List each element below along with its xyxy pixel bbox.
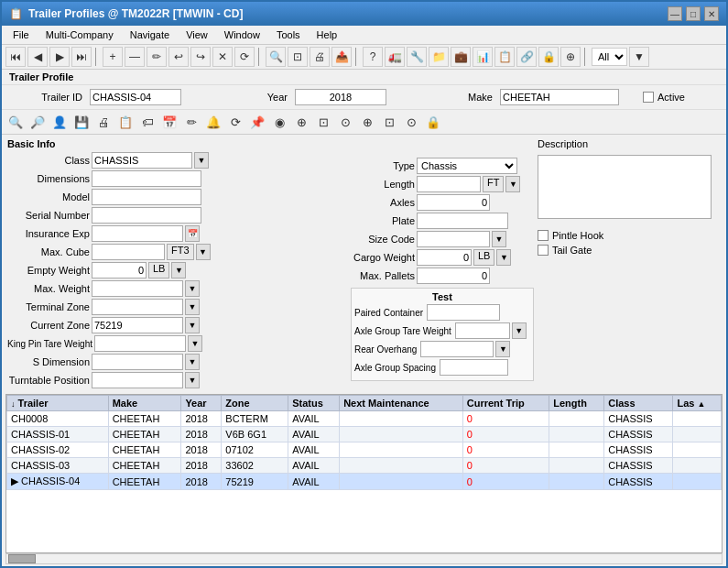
description-textarea[interactable] xyxy=(538,155,712,219)
axle-spacing-input[interactable] xyxy=(440,359,508,376)
serial-input[interactable] xyxy=(92,207,201,224)
tb-icon-3[interactable]: 👤 xyxy=(49,112,70,132)
pintle-hook-checkbox[interactable] xyxy=(538,230,549,241)
size-code-input[interactable] xyxy=(417,231,490,247)
tb-icon-14[interactable]: ⊕ xyxy=(291,112,311,132)
menu-navigate[interactable]: Navigate xyxy=(123,27,177,42)
data-table-container[interactable]: ↓ Trailer Make Year Zone Status Next Mai… xyxy=(5,394,723,553)
tb-icon-18[interactable]: ⊡ xyxy=(379,112,399,132)
empty-weight-input[interactable] xyxy=(92,262,147,279)
tb-icon-15[interactable]: ⊡ xyxy=(313,112,333,132)
tb-icon-4[interactable]: 💾 xyxy=(71,112,92,132)
col-header-las[interactable]: Las ▲ xyxy=(673,396,722,411)
terminal-zone-dropdown[interactable]: ▼ xyxy=(185,299,200,315)
turntable-dropdown[interactable]: ▼ xyxy=(185,372,200,388)
axle-tare-dropdown[interactable]: ▼ xyxy=(512,322,527,339)
help-btn[interactable]: ? xyxy=(363,47,383,67)
current-zone-dropdown[interactable]: ▼ xyxy=(185,317,200,333)
tb-icon-2[interactable]: 🔎 xyxy=(27,112,48,132)
cancel-btn[interactable]: ✕ xyxy=(212,47,233,67)
tb-icon-6[interactable]: 📋 xyxy=(115,112,136,132)
max-cube-input[interactable] xyxy=(92,244,165,260)
icon9-btn[interactable]: ⊕ xyxy=(560,47,581,67)
plate-input[interactable] xyxy=(417,213,508,229)
rear-overhang-dropdown[interactable]: ▼ xyxy=(495,341,510,357)
axles-input[interactable] xyxy=(417,194,490,211)
table-row[interactable]: CH0008 CHEETAH 2018 BCTERM AVAIL 0 CHASS… xyxy=(7,411,722,427)
refresh-btn[interactable]: ⟳ xyxy=(234,47,255,67)
table-row[interactable]: CHASSIS-02 CHEETAH 2018 07102 AVAIL 0 CH… xyxy=(7,442,722,458)
s-dimension-input[interactable] xyxy=(92,354,183,370)
max-weight-dropdown[interactable]: ▼ xyxy=(185,280,200,297)
trailer-id-input[interactable] xyxy=(90,89,181,105)
class-dropdown-btn[interactable]: ▼ xyxy=(194,152,209,169)
tb-icon-19[interactable]: ⊙ xyxy=(401,112,421,132)
menu-multicompany[interactable]: Multi-Company xyxy=(38,27,121,42)
col-header-status[interactable]: Status xyxy=(288,396,340,411)
make-input[interactable] xyxy=(500,89,619,105)
menu-help[interactable]: Help xyxy=(310,27,345,42)
class-input[interactable] xyxy=(92,152,192,169)
menu-view[interactable]: View xyxy=(179,27,215,42)
undo-btn[interactable]: ↩ xyxy=(168,47,189,67)
tb-icon-7[interactable]: 🏷 xyxy=(137,112,158,132)
insurance-input[interactable] xyxy=(92,225,183,242)
tb-icon-12[interactable]: 📌 xyxy=(247,112,267,132)
empty-weight-unit[interactable]: LB xyxy=(148,262,169,279)
filter-down-btn[interactable]: ▼ xyxy=(629,47,649,67)
icon6-btn[interactable]: 📋 xyxy=(494,47,515,67)
filter-select[interactable]: All xyxy=(592,48,627,66)
cargo-weight-unit[interactable]: LB xyxy=(473,249,494,266)
close-button[interactable]: ✕ xyxy=(704,6,719,21)
print-btn[interactable]: 🖨 xyxy=(310,47,330,67)
tb-icon-17[interactable]: ⊕ xyxy=(357,112,377,132)
tb-icon-1[interactable]: 🔍 xyxy=(5,112,26,132)
next-btn[interactable]: ▶ xyxy=(49,47,70,67)
max-cube-dropdown-btn[interactable]: ▼ xyxy=(196,244,211,260)
year-input[interactable] xyxy=(295,89,386,105)
table-row[interactable]: CHASSIS-01 CHEETAH 2018 V6B 6G1 AVAIL 0 … xyxy=(7,427,722,442)
export-btn[interactable]: 📤 xyxy=(331,47,352,67)
menu-file[interactable]: File xyxy=(5,27,37,42)
icon4-btn[interactable]: 💼 xyxy=(451,47,471,67)
last-btn[interactable]: ⏭ xyxy=(71,47,92,67)
menu-window[interactable]: Window xyxy=(217,27,267,42)
length-dropdown[interactable]: ▼ xyxy=(505,176,520,192)
turntable-input[interactable] xyxy=(92,372,183,388)
axle-group-tare-input[interactable] xyxy=(455,322,510,339)
maximize-button[interactable]: □ xyxy=(686,6,701,21)
empty-weight-dropdown[interactable]: ▼ xyxy=(171,262,186,279)
icon8-btn[interactable]: 🔒 xyxy=(538,47,559,67)
col-header-length[interactable]: Length xyxy=(549,396,604,411)
tb-icon-9[interactable]: ✏ xyxy=(181,112,201,132)
cargo-weight-dropdown[interactable]: ▼ xyxy=(496,249,511,266)
type-select[interactable]: Chassis Flatbed Reefer Dry Van xyxy=(417,158,517,174)
search-btn[interactable]: 🔍 xyxy=(266,47,286,67)
max-cube-unit-btn[interactable]: FT3 xyxy=(167,244,194,260)
tb-icon-16[interactable]: ⊙ xyxy=(335,112,355,132)
col-header-trailer[interactable]: ↓ Trailer xyxy=(7,396,109,411)
current-zone-input[interactable] xyxy=(92,317,183,333)
model-input[interactable] xyxy=(92,189,201,205)
max-weight-input[interactable] xyxy=(92,280,183,297)
icon3-btn[interactable]: 📁 xyxy=(429,47,449,67)
icon5-btn[interactable]: 📊 xyxy=(473,47,493,67)
horizontal-scrollbar[interactable] xyxy=(5,553,723,564)
prev-btn[interactable]: ◀ xyxy=(27,47,48,67)
dimensions-input[interactable] xyxy=(92,170,201,187)
col-header-make[interactable]: Make xyxy=(108,396,181,411)
redo-btn[interactable]: ↪ xyxy=(190,47,211,67)
tail-gate-checkbox[interactable] xyxy=(538,245,549,256)
minimize-button[interactable]: — xyxy=(668,6,682,21)
size-code-dropdown[interactable]: ▼ xyxy=(492,231,506,247)
length-input[interactable] xyxy=(417,176,481,192)
tb-icon-20[interactable]: 🔒 xyxy=(423,112,443,132)
col-header-year[interactable]: Year xyxy=(181,396,222,411)
filter-btn[interactable]: ⊡ xyxy=(288,47,308,67)
icon1-btn[interactable]: 🚛 xyxy=(385,47,405,67)
length-unit[interactable]: FT xyxy=(483,176,504,192)
delete-btn[interactable]: — xyxy=(125,47,145,67)
edit-btn[interactable]: ✏ xyxy=(147,47,167,67)
icon2-btn[interactable]: 🔧 xyxy=(407,47,427,67)
rear-overhang-input[interactable] xyxy=(420,341,494,357)
